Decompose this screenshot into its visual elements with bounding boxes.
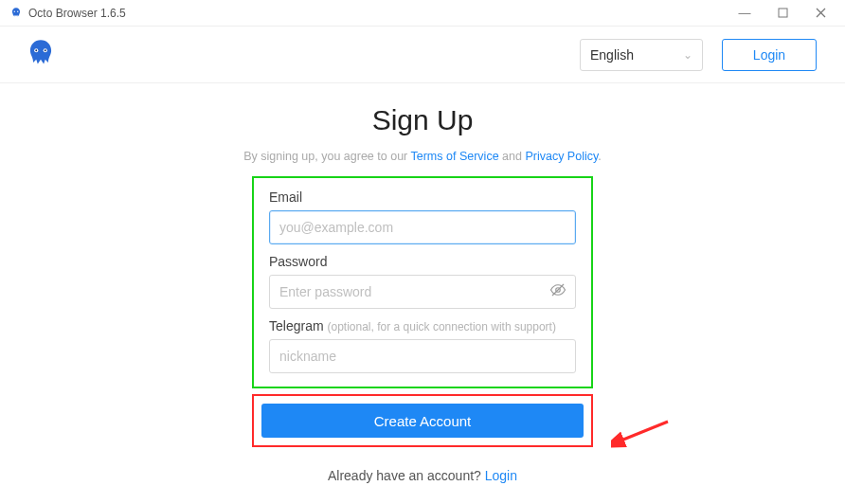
terms-of-service-link[interactable]: Terms of Service bbox=[411, 150, 499, 163]
telegram-hint: (optional, for a quick connection with s… bbox=[327, 320, 555, 333]
window-title: Octo Browser 1.6.5 bbox=[28, 7, 126, 20]
svg-point-0 bbox=[14, 10, 15, 11]
app-header: English ⌄ Login bbox=[0, 27, 845, 83]
window-maximize-button[interactable] bbox=[764, 0, 801, 27]
chevron-down-icon: ⌄ bbox=[683, 48, 692, 62]
page-title: Sign Up bbox=[0, 104, 845, 136]
svg-point-6 bbox=[45, 49, 46, 51]
logo-icon bbox=[23, 37, 59, 73]
svg-point-1 bbox=[17, 10, 18, 11]
create-account-button[interactable]: Create Account bbox=[261, 404, 584, 438]
telegram-field[interactable] bbox=[269, 339, 576, 373]
svg-point-5 bbox=[35, 49, 37, 51]
signup-panel: Sign Up By signing up, you agree to our … bbox=[0, 83, 845, 483]
privacy-policy-link[interactable]: Privacy Policy bbox=[525, 150, 598, 163]
toggle-password-visibility-icon[interactable] bbox=[549, 281, 566, 302]
annotation-form-highlight: Email Password Telegram (optional, for a… bbox=[252, 176, 593, 388]
already-have-account: Already have an account? Login bbox=[0, 468, 845, 483]
annotation-submit-highlight: Create Account bbox=[252, 394, 593, 447]
password-label: Password bbox=[269, 254, 576, 269]
svg-rect-2 bbox=[779, 9, 787, 17]
terms-line: By signing up, you agree to our Terms of… bbox=[0, 150, 845, 163]
language-select[interactable]: English ⌄ bbox=[580, 39, 703, 71]
window-close-button[interactable] bbox=[801, 0, 839, 27]
app-icon bbox=[9, 7, 23, 20]
window-titlebar: Octo Browser 1.6.5 — bbox=[0, 0, 845, 27]
telegram-label: Telegram (optional, for a quick connecti… bbox=[269, 318, 576, 333]
password-field[interactable] bbox=[269, 275, 576, 309]
window-minimize-button[interactable]: — bbox=[726, 0, 764, 27]
email-label: Email bbox=[269, 189, 576, 205]
login-link[interactable]: Login bbox=[485, 468, 517, 483]
login-button[interactable]: Login bbox=[722, 39, 817, 71]
email-field[interactable] bbox=[269, 210, 576, 244]
language-selected-label: English bbox=[590, 47, 634, 63]
